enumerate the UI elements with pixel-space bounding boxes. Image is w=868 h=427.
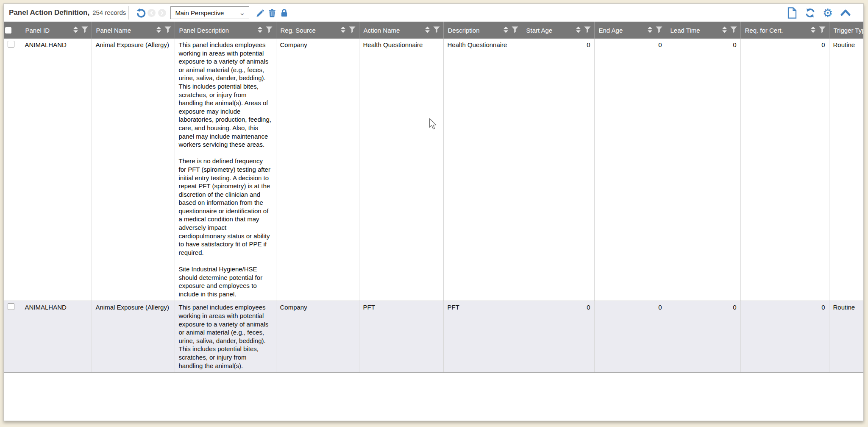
panel-action-definition-window: Panel Action Definition, 254 records bbox=[3, 3, 864, 421]
cell-end-age: 0 bbox=[594, 39, 666, 301]
filter-icon[interactable] bbox=[433, 26, 440, 34]
column-label: Start Age bbox=[526, 27, 553, 34]
header-panel-name[interactable]: Panel Name bbox=[92, 22, 175, 39]
filter-icon[interactable] bbox=[266, 26, 273, 34]
cell-panel-name: Animal Exposure (Allergy) bbox=[92, 301, 175, 373]
settings-button[interactable]: ⚙ bbox=[822, 7, 834, 19]
row-checkbox[interactable] bbox=[8, 303, 14, 310]
table-row[interactable]: ANIMALHAND Animal Exposure (Allergy) Thi… bbox=[4, 39, 864, 301]
header-action-name[interactable]: Action Name bbox=[359, 22, 443, 39]
chevron-down-icon: ⌄ bbox=[239, 10, 245, 16]
edit-perspective-button[interactable] bbox=[254, 7, 266, 19]
header-trigger-type[interactable]: Trigger Type bbox=[829, 22, 864, 39]
row-checkbox[interactable] bbox=[8, 41, 14, 47]
cell-reg-source: Company bbox=[276, 39, 359, 301]
column-label: Action Name bbox=[364, 27, 400, 34]
header-lead-time[interactable]: Lead Time bbox=[666, 22, 740, 39]
sort-icon[interactable] bbox=[722, 26, 727, 34]
cell-trigger-type: Routine bbox=[829, 301, 864, 373]
sort-icon[interactable] bbox=[810, 26, 816, 34]
page-title-text: Panel Action Definition, bbox=[9, 8, 89, 17]
header-panel-description[interactable]: Panel Description bbox=[175, 22, 276, 39]
cell-description: Health Questionnaire bbox=[443, 39, 522, 301]
column-label: Panel ID bbox=[25, 27, 50, 34]
header-description[interactable]: Description bbox=[443, 22, 522, 39]
history-nav bbox=[147, 9, 166, 17]
cell-panel-id: ANIMALHAND bbox=[21, 39, 92, 301]
header-select bbox=[4, 22, 21, 39]
toolbar-right-icons: ⚙ bbox=[786, 7, 858, 19]
column-label: Req. for Cert. bbox=[745, 27, 783, 34]
cell-end-age: 0 bbox=[594, 301, 666, 373]
perspective-select[interactable]: Main Perspective ⌄ bbox=[170, 6, 249, 19]
lock-icon bbox=[280, 8, 289, 18]
pencil-icon bbox=[256, 8, 265, 18]
refresh-icon bbox=[804, 8, 816, 18]
sort-icon[interactable] bbox=[425, 26, 430, 34]
column-label: Reg. Source bbox=[281, 27, 316, 34]
back-button[interactable] bbox=[147, 9, 156, 17]
new-record-button[interactable] bbox=[786, 7, 798, 19]
toolbar-divider bbox=[128, 6, 129, 20]
table-body: ANIMALHAND Animal Exposure (Allergy) Thi… bbox=[4, 39, 864, 373]
header-end-age[interactable]: End Age bbox=[594, 22, 666, 39]
sort-icon[interactable] bbox=[156, 26, 161, 34]
filter-icon[interactable] bbox=[730, 26, 737, 34]
cell-lead-time: 0 bbox=[666, 301, 740, 373]
cell-req-for-cert: 0 bbox=[740, 39, 829, 301]
chevron-right-icon bbox=[158, 9, 166, 17]
toolbar: Panel Action Definition, 254 records bbox=[4, 4, 863, 22]
gear-icon: ⚙ bbox=[823, 7, 833, 19]
perspective-select-value: Main Perspective bbox=[175, 9, 224, 17]
filter-icon[interactable] bbox=[819, 26, 826, 34]
filter-icon[interactable] bbox=[656, 26, 662, 34]
panel-action-table: Panel ID Panel Name bbox=[4, 22, 864, 373]
cell-action-name: Health Questionnaire bbox=[359, 39, 443, 301]
cell-trigger-type: Routine bbox=[829, 39, 864, 301]
cell-panel-description: This panel includes employees working in… bbox=[175, 39, 276, 301]
forward-button[interactable] bbox=[158, 9, 166, 17]
cell-description: PFT bbox=[443, 301, 522, 373]
cell-panel-id: ANIMALHAND bbox=[21, 301, 92, 373]
select-all-checkbox[interactable] bbox=[5, 27, 11, 33]
cell-action-name: PFT bbox=[359, 301, 443, 373]
row-select-cell bbox=[4, 301, 21, 373]
header-start-age[interactable]: Start Age bbox=[522, 22, 594, 39]
record-count: 254 records bbox=[92, 9, 126, 16]
filter-icon[interactable] bbox=[512, 26, 518, 34]
new-document-icon bbox=[787, 7, 797, 19]
filter-icon[interactable] bbox=[164, 26, 171, 34]
chevron-left-icon bbox=[147, 9, 156, 17]
cell-lead-time: 0 bbox=[666, 39, 740, 301]
sort-icon[interactable] bbox=[647, 26, 653, 34]
cell-start-age: 0 bbox=[522, 39, 594, 301]
filter-icon[interactable] bbox=[81, 26, 88, 34]
sort-icon[interactable] bbox=[257, 26, 263, 34]
table-row[interactable]: ANIMALHAND Animal Exposure (Allergy) Thi… bbox=[4, 301, 864, 373]
cell-reg-source: Company bbox=[276, 301, 359, 373]
refresh-button[interactable] bbox=[804, 7, 816, 19]
cell-start-age: 0 bbox=[522, 301, 594, 373]
collapse-panel-button[interactable] bbox=[840, 7, 851, 19]
column-label: Panel Description bbox=[179, 27, 229, 34]
filter-icon[interactable] bbox=[584, 26, 591, 34]
lock-perspective-button[interactable] bbox=[278, 7, 290, 19]
header-reg-source[interactable]: Reg. Source bbox=[276, 22, 359, 39]
delete-perspective-button[interactable] bbox=[266, 7, 278, 19]
column-label: Description bbox=[448, 27, 480, 34]
sort-icon[interactable] bbox=[503, 26, 509, 34]
column-label: Panel Name bbox=[96, 27, 131, 34]
column-label: Lead Time bbox=[670, 27, 700, 34]
filter-icon[interactable] bbox=[349, 26, 356, 34]
table-header: Panel ID Panel Name bbox=[4, 22, 864, 39]
row-select-cell bbox=[4, 39, 21, 301]
column-label: Trigger Type bbox=[834, 27, 864, 34]
header-req-for-cert[interactable]: Req. for Cert. bbox=[740, 22, 829, 39]
header-panel-id[interactable]: Panel ID bbox=[21, 22, 92, 39]
sort-icon[interactable] bbox=[340, 26, 346, 34]
cell-req-for-cert: 0 bbox=[740, 301, 829, 373]
sort-icon[interactable] bbox=[73, 26, 78, 34]
undo-button[interactable] bbox=[135, 7, 147, 19]
sort-icon[interactable] bbox=[576, 26, 581, 34]
trash-icon bbox=[267, 8, 277, 18]
